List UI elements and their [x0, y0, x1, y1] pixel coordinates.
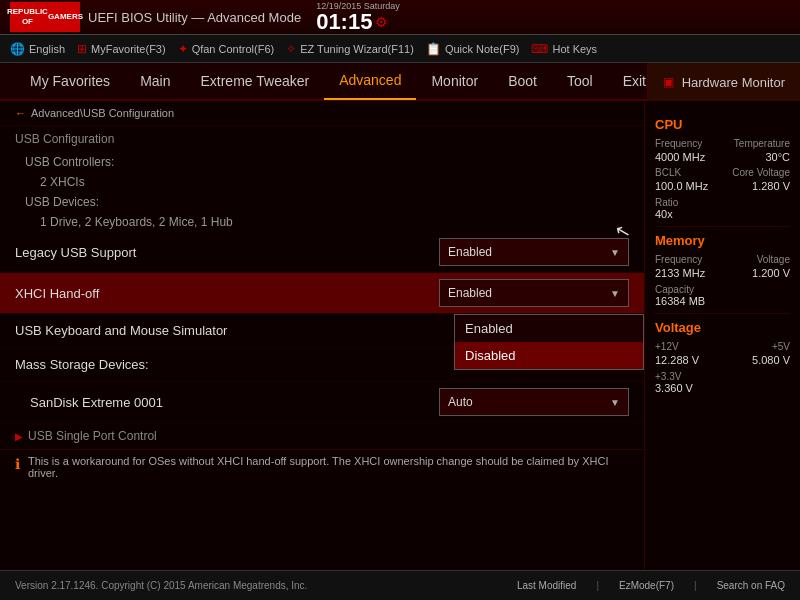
quick-note-label: Quick Note(F9) [445, 43, 520, 55]
breadcrumb-path: Advanced\USB Configuration [31, 107, 174, 119]
capacity-row-label: Capacity [655, 283, 790, 295]
cpu-freq-value: 4000 MHz [655, 151, 705, 163]
nav-extreme-tweaker[interactable]: Extreme Tweaker [185, 62, 324, 100]
xhci-handoff-label: XHCI Hand-off [15, 286, 439, 301]
cpu-freq-label: Frequency [655, 138, 702, 149]
nav-bar: My Favorites Main Extreme Tweaker Advanc… [0, 63, 800, 101]
cpu-temp-value: 30°C [765, 151, 790, 163]
xhci-dropdown-menu: Enabled Disabled [454, 314, 644, 370]
v33-row-value: 3.360 V [655, 382, 790, 394]
capacity-row-value: 16384 MB [655, 295, 790, 307]
core-voltage-value: 1.280 V [752, 180, 790, 192]
capacity-label: Capacity [655, 284, 694, 295]
nav-advanced[interactable]: Advanced [324, 62, 416, 100]
ez-tuning-btn[interactable]: ✧ EZ Tuning Wizard(F11) [286, 42, 414, 56]
usb-devices-value: 1 Drive, 2 Keyboards, 2 Mice, 1 Hub [0, 212, 644, 232]
usb-controllers-label: USB Controllers: [0, 152, 644, 172]
left-panel: ← Advanced\USB Configuration USB Configu… [0, 101, 645, 570]
last-modified-btn[interactable]: Last Modified [517, 580, 576, 591]
hot-keys-btn[interactable]: ⌨ Hot Keys [531, 42, 597, 56]
v12-row-values: 12.288 V 5.080 V [655, 354, 790, 366]
capacity-value: 16384 MB [655, 295, 705, 307]
usb-single-port-label: USB Single Port Control [28, 429, 157, 443]
info-bar: ℹ This is a workaround for OSes without … [0, 449, 644, 499]
v33-value: 3.360 V [655, 382, 693, 394]
search-faq-btn[interactable]: Search on FAQ [717, 580, 785, 591]
wand-icon: ✧ [286, 42, 296, 56]
ratio-value: 40x [655, 208, 673, 220]
footer-actions: Last Modified | EzMode(F7) | Search on F… [517, 580, 785, 591]
mem-freq-label: Frequency [655, 254, 702, 265]
ratio-row-label: Ratio [655, 196, 790, 208]
cpu-freq-row: Frequency Temperature [655, 138, 790, 149]
settings-icon[interactable]: ⚙ [375, 14, 388, 30]
legacy-usb-label: Legacy USB Support [15, 245, 439, 260]
my-favorite-btn[interactable]: ⊞ MyFavorite(F3) [77, 42, 166, 56]
nav-boot[interactable]: Boot [493, 62, 552, 100]
xhci-handoff-value: Enabled [448, 286, 492, 300]
star-icon: ⊞ [77, 42, 87, 56]
sandisk-row: SanDisk Extreme 0001 Auto ▼ [0, 382, 644, 423]
bclk-row-values: 100.0 MHz 1.280 V [655, 180, 790, 192]
header-top: REPUBLIC OF GAMERS UEFI BIOS Utility — A… [0, 0, 800, 35]
monitor-icon: ▣ [663, 75, 674, 89]
keyboard-icon: ⌨ [531, 42, 548, 56]
cpu-memory-divider [655, 226, 790, 227]
v12-label: +12V [655, 341, 679, 352]
ez-tuning-label: EZ Tuning Wizard(F11) [300, 43, 414, 55]
usb-single-port-item[interactable]: ▶ USB Single Port Control [0, 423, 644, 449]
my-favorite-label: MyFavorite(F3) [91, 43, 166, 55]
sandisk-select[interactable]: Auto ▼ [439, 388, 629, 416]
fan-icon: ✦ [178, 42, 188, 56]
ratio-label: Ratio [655, 197, 678, 208]
xhci-handoff-row: XHCI Hand-off Enabled ▼ [0, 273, 644, 314]
top-toolbar: 🌐 English ⊞ MyFavorite(F3) ✦ Qfan Contro… [0, 35, 800, 63]
hw-monitor-nav-label: Hardware Monitor [682, 75, 785, 90]
qfan-btn[interactable]: ✦ Qfan Control(F6) [178, 42, 275, 56]
hw-monitor-panel: CPU Frequency Temperature 4000 MHz 30°C … [645, 101, 800, 570]
sandisk-dropdown-arrow: ▼ [610, 397, 620, 408]
nav-tool[interactable]: Tool [552, 62, 608, 100]
sandisk-label: SanDisk Extreme 0001 [30, 395, 439, 410]
dropdown-option-disabled[interactable]: Disabled [455, 342, 643, 369]
memory-section-title: Memory [655, 233, 790, 248]
xhci-handoff-select[interactable]: Enabled ▼ [439, 279, 629, 307]
back-arrow[interactable]: ← [15, 107, 26, 119]
legacy-usb-select[interactable]: Enabled ▼ [439, 238, 629, 266]
memory-voltage-divider [655, 313, 790, 314]
bclk-value: 100.0 MHz [655, 180, 708, 192]
info-icon: ℹ [15, 456, 20, 472]
language-selector[interactable]: 🌐 English [10, 42, 65, 56]
usb-controllers-value: 2 XHCIs [0, 172, 644, 192]
language-label: English [29, 43, 65, 55]
legacy-usb-value: Enabled [448, 245, 492, 259]
quick-note-btn[interactable]: 📋 Quick Note(F9) [426, 42, 520, 56]
mem-freq-row-values: 2133 MHz 1.200 V [655, 267, 790, 279]
usb-devices-label: USB Devices: [0, 192, 644, 212]
rog-logo: REPUBLIC OF GAMERS [10, 2, 80, 32]
mem-freq-row-labels: Frequency Voltage [655, 254, 790, 265]
v12-row-labels: +12V +5V [655, 341, 790, 352]
ez-mode-btn[interactable]: EzMode(F7) [619, 580, 674, 591]
dropdown-option-enabled[interactable]: Enabled [455, 315, 643, 342]
sandisk-value: Auto [448, 395, 473, 409]
hot-keys-label: Hot Keys [552, 43, 597, 55]
core-voltage-label: Core Voltage [732, 167, 790, 178]
v33-row-label: +3.3V [655, 370, 790, 382]
bios-title: UEFI BIOS Utility — Advanced Mode [88, 10, 301, 25]
nav-monitor[interactable]: Monitor [416, 62, 493, 100]
note-icon: 📋 [426, 42, 441, 56]
hw-monitor-nav: ▣ Hardware Monitor [647, 63, 800, 101]
nav-main[interactable]: Main [125, 62, 185, 100]
v5-value: 5.080 V [752, 354, 790, 366]
cpu-temp-label: Temperature [734, 138, 790, 149]
legacy-usb-dropdown-arrow: ▼ [610, 247, 620, 258]
globe-icon: 🌐 [10, 42, 25, 56]
xhci-handoff-dropdown-arrow: ▼ [610, 288, 620, 299]
nav-my-favorites[interactable]: My Favorites [15, 62, 125, 100]
v12-value: 12.288 V [655, 354, 699, 366]
logo-area: REPUBLIC OF GAMERS UEFI BIOS Utility — A… [10, 2, 301, 32]
cpu-section-title: CPU [655, 117, 790, 132]
ratio-row-value: 40x [655, 208, 790, 220]
qfan-label: Qfan Control(F6) [192, 43, 275, 55]
